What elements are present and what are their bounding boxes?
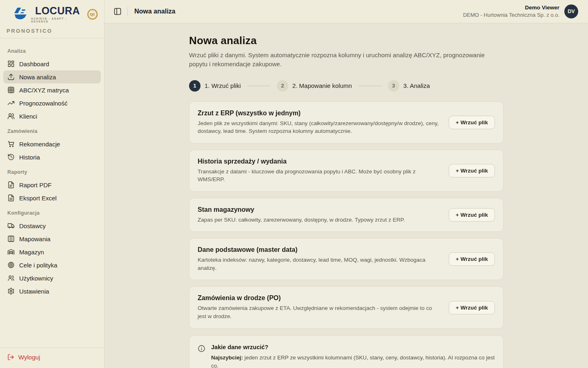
sidebar-item-eksport-excel[interactable]: Eksport Excel <box>3 191 101 204</box>
upload-card-erp-dump: Zrzut z ERP (wszystko w jednym) Jeden pl… <box>189 101 503 144</box>
sidebar-item-uzytkownicy[interactable]: Użytkownicy <box>3 272 101 285</box>
trend-up-icon <box>7 99 15 107</box>
main-area: Nowa analiza Wrzuć pliki z danymi. Syste… <box>105 23 588 368</box>
card-description: Kartoteka indeksów: nazwy, kategorie, do… <box>198 256 441 272</box>
user-meta: Demo Viewer DEMO - Hurtownia Techniczna … <box>463 4 559 19</box>
sidebar-item-mapowania[interactable]: Mapowania <box>3 232 101 245</box>
sidebar-item-ustawienia[interactable]: Ustawienia <box>3 285 101 298</box>
file-text-icon <box>7 181 15 188</box>
sidebar-item-label: Magazyn <box>19 249 44 256</box>
logout-button[interactable]: Wyloguj <box>7 354 97 361</box>
quality-seal-icon: Q1 <box>87 9 98 20</box>
step-1-label: 1. Wrzuć pliki <box>205 82 241 89</box>
info-line: Najszybciej: jeden zrzut z ERP ze wszyst… <box>211 354 495 368</box>
logout-block: Wyloguj <box>0 348 104 368</box>
nav-section-zamowienia: Zamówienia <box>3 123 101 137</box>
logo-block: LOCURA ACHIEVE - ADAPT - ADVANCE Q1 PRON… <box>0 0 104 38</box>
step-connector <box>247 85 270 86</box>
upload-file-button[interactable]: + Wrzuć plik <box>449 116 495 129</box>
sidebar-item-label: Rekomendacje <box>19 141 60 148</box>
sidebar-item-label: Dashboard <box>19 61 49 67</box>
sidebar-item-magazyn[interactable]: Magazyn <box>3 245 101 258</box>
logout-label: Wyloguj <box>18 354 40 361</box>
upload-file-button[interactable]: + Wrzuć plik <box>449 252 495 266</box>
user-company: DEMO - Hurtownia Techniczna Sp. z o.o. <box>463 11 559 19</box>
card-title: Zamówienia w drodze (PO) <box>198 294 441 302</box>
users-icon <box>7 112 15 120</box>
card-title: Zrzut z ERP (wszystko w jednym) <box>198 110 441 117</box>
step-connector <box>359 85 381 86</box>
file-spreadsheet-icon <box>7 194 15 202</box>
step-3-circle: 3 <box>388 80 399 92</box>
info-title: Jakie dane wrzucić? <box>211 344 495 350</box>
sidebar-item-label: Mapowania <box>19 236 51 242</box>
step-3: 3 3. Analiza <box>388 80 430 92</box>
upload-card-sales-history: Historia sprzedaży / wydania Transakcje … <box>189 150 503 192</box>
upload-file-button[interactable]: + Wrzuć plik <box>449 164 495 177</box>
step-1: 1 1. Wrzuć pliki <box>189 80 241 92</box>
step-2: 2 2. Mapowanie kolumn <box>277 80 352 92</box>
sidebar-item-nowa-analiza[interactable]: Nowa analiza <box>3 70 101 83</box>
step-3-label: 3. Analiza <box>403 82 430 89</box>
card-title: Stan magazynowy <box>198 206 441 213</box>
nav-section-raporty: Raporty <box>3 164 101 178</box>
sidebar-item-label: Prognozowalność <box>19 100 67 107</box>
sidebar-item-dostawcy[interactable]: Dostawcy <box>3 219 101 232</box>
info-box: Jakie dane wrzucić? Najszybciej: jeden z… <box>189 335 503 368</box>
card-description: Transakcje z datami - kluczowe dla progn… <box>198 168 441 184</box>
sidebar-item-label: Historia <box>19 154 40 161</box>
sidebar-item-prognozowalnosc[interactable]: Prognozowalność <box>3 96 101 110</box>
sidebar-item-klienci[interactable]: Klienci <box>3 110 101 123</box>
step-1-circle: 1 <box>189 80 200 92</box>
upload-file-button[interactable]: + Wrzuć plik <box>449 208 495 222</box>
users-icon <box>7 274 15 282</box>
brand-tagline: ACHIEVE - ADAPT - ADVANCE <box>31 17 84 23</box>
sidebar-item-abcxyz-matryca[interactable]: ABC/XYZ matryca <box>3 83 101 96</box>
avatar[interactable]: DV <box>564 4 578 18</box>
locura-logo-icon <box>12 7 29 22</box>
page-subtitle: Wrzuć pliki z danymi. System automatyczn… <box>189 51 491 69</box>
upload-card-open-po: Zamówienia w drodze (PO) Otwarte zamówie… <box>189 286 503 328</box>
card-description: Zapas per SKU: całkowity, zarezerwowany,… <box>198 216 441 224</box>
sidebar-item-label: Eksport Excel <box>19 195 57 202</box>
nav-section-analiza: Analiza <box>3 43 101 57</box>
sidebar-item-label: ABC/XYZ matryca <box>19 87 69 94</box>
sidebar: LOCURA ACHIEVE - ADAPT - ADVANCE Q1 PRON… <box>0 0 105 368</box>
info-icon <box>198 345 205 368</box>
dashboard-icon <box>7 60 15 67</box>
truck-icon <box>7 222 15 229</box>
upload-card-master-data: Dane podstawowe (master data) Kartoteka … <box>189 238 503 280</box>
header-divider <box>127 7 128 16</box>
brand-name: LOCURA <box>35 6 80 16</box>
page-title: Nowa analiza <box>189 34 503 47</box>
upload-icon <box>7 73 15 81</box>
upload-cards: Zrzut z ERP (wszystko w jednym) Jeden pl… <box>189 101 503 329</box>
upload-card-stock: Stan magazynowy Zapas per SKU: całkowity… <box>189 198 503 232</box>
sidebar-item-label: Cele i polityka <box>19 262 57 269</box>
sidebar-item-raport-pdf[interactable]: Raport PDF <box>3 178 101 191</box>
user-name: Demo Viewer <box>463 4 559 11</box>
card-description: Jeden plik ze wszystkimi danymi: SKU, st… <box>198 119 441 135</box>
header-page-title: Nowa analiza <box>134 8 175 15</box>
sidebar-item-historia[interactable]: Historia <box>3 150 101 164</box>
stepper: 1 1. Wrzuć pliki 2 2. Mapowanie kolumn 3… <box>189 80 503 92</box>
target-icon <box>7 261 15 269</box>
sidebar-toggle-button[interactable] <box>112 6 123 17</box>
product-name: PRONOSTICO <box>7 28 98 34</box>
sidebar-item-dashboard[interactable]: Dashboard <box>3 57 101 70</box>
sidebar-nav: Analiza Dashboard Nowa analiza ABC/XYZ m… <box>0 38 104 348</box>
upload-file-button[interactable]: + Wrzuć plik <box>449 301 495 314</box>
cart-icon <box>7 140 15 148</box>
panel-left-icon <box>114 7 122 16</box>
card-title: Historia sprzedaży / wydania <box>198 158 441 165</box>
card-description: Otwarte zamówienia zakupowe z ETA. Uwzgl… <box>198 304 441 320</box>
sidebar-item-rekomendacje[interactable]: Rekomendacje <box>3 137 101 150</box>
logout-icon <box>7 354 14 361</box>
sidebar-item-label: Dostawcy <box>19 222 46 229</box>
step-2-label: 2. Mapowanie kolumn <box>292 82 352 89</box>
warehouse-icon <box>7 248 15 256</box>
matrix-grid-icon <box>7 86 15 94</box>
sidebar-item-label: Ustawienia <box>19 288 49 295</box>
history-icon <box>7 153 15 161</box>
sidebar-item-cele-i-polityka[interactable]: Cele i polityka <box>3 258 101 272</box>
